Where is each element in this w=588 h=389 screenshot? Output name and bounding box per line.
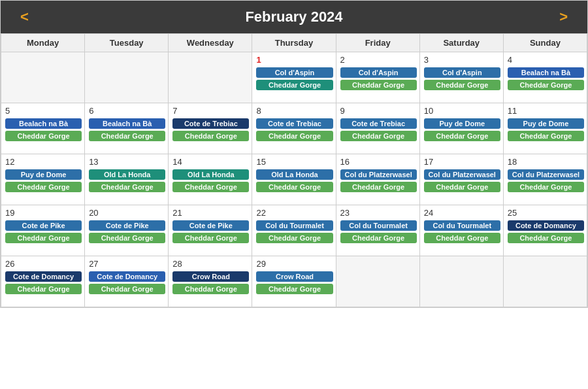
day-cell: 13Old La HondaCheddar Gorge (85, 154, 169, 205)
calendar-event[interactable]: Cheddar Gorge (508, 182, 584, 192)
day-cell: 21Cote de PikeCheddar Gorge (169, 205, 252, 256)
day-cell (169, 52, 252, 103)
day-header-wednesday: Wednesday (169, 34, 252, 52)
day-cell: 24Col du TourmaletCheddar Gorge (420, 205, 504, 256)
calendar-event[interactable]: Crow Road (172, 271, 249, 282)
day-number: 17 (424, 157, 500, 167)
calendar-event[interactable]: Cheddar Gorge (172, 182, 249, 192)
calendar-event[interactable]: Cheddar Gorge (424, 131, 500, 141)
day-number: 23 (340, 208, 417, 218)
day-number: 22 (256, 208, 333, 218)
day-header-tuesday: Tuesday (85, 34, 169, 52)
calendar-event[interactable]: Cote de Trebiac (256, 118, 333, 129)
calendar-event[interactable]: Old La Honda (172, 169, 249, 180)
calendar-event[interactable]: Cote de Domancy (5, 271, 82, 282)
calendar-event[interactable]: Cheddar Gorge (424, 233, 500, 243)
calendar-event[interactable]: Cheddar Gorge (256, 131, 333, 141)
calendar-event[interactable]: Cote de Trebiac (172, 118, 249, 129)
calendar-event[interactable]: Bealach na Bà (508, 67, 584, 78)
day-cell: 4Bealach na BàCheddar Gorge (504, 52, 587, 103)
day-number: 18 (508, 157, 584, 167)
calendar-event[interactable]: Cheddar Gorge (340, 233, 417, 243)
calendar-event[interactable]: Cheddar Gorge (5, 182, 82, 192)
day-cell: 1Col d'AspinCheddar Gorge (252, 52, 336, 103)
day-cell: 22Col du TourmaletCheddar Gorge (252, 205, 336, 256)
day-cell (420, 256, 504, 307)
calendar-event[interactable]: Cheddar Gorge (172, 233, 249, 243)
calendar-event[interactable]: Puy de Dome (508, 118, 584, 129)
calendar-event[interactable]: Cheddar Gorge (256, 284, 333, 294)
calendar-header: < February 2024 > (1, 1, 587, 33)
calendar-event[interactable]: Cheddar Gorge (424, 182, 500, 192)
calendar-event[interactable]: Cheddar Gorge (172, 131, 249, 141)
calendar-event[interactable]: Col du Tourmalet (424, 220, 500, 231)
calendar-event[interactable]: Cote de Pike (5, 220, 82, 231)
calendar-event[interactable]: Cheddar Gorge (508, 80, 584, 90)
day-cell: 19Cote de PikeCheddar Gorge (1, 205, 85, 256)
calendar-event[interactable]: Puy de Dome (424, 118, 500, 129)
calendar-event[interactable]: Cote de Pike (172, 220, 249, 231)
day-number: 28 (172, 259, 249, 269)
calendar-event[interactable]: Cheddar Gorge (89, 131, 165, 141)
calendar-event[interactable]: Cote de Pike (89, 220, 165, 231)
day-number: 1 (256, 55, 333, 65)
calendar-event[interactable]: Cheddar Gorge (89, 284, 165, 294)
day-cell: 5Bealach na BàCheddar Gorge (1, 103, 85, 154)
calendar-event[interactable]: Cheddar Gorge (5, 284, 82, 294)
calendar-event[interactable]: Puy de Dome (5, 169, 82, 180)
calendar-event[interactable]: Col d'Aspin (256, 67, 333, 78)
day-number: 26 (5, 259, 82, 269)
calendar-event[interactable]: Crow Road (256, 271, 333, 282)
calendar-event[interactable]: Cheddar Gorge (340, 182, 417, 192)
day-number: 2 (340, 55, 417, 65)
calendar: < February 2024 > MondayTuesdayWednesday… (0, 0, 588, 308)
day-cell: 15Old La HondaCheddar Gorge (252, 154, 336, 205)
calendar-event[interactable]: Col d'Aspin (340, 67, 417, 78)
calendar-event[interactable]: Cheddar Gorge (256, 233, 333, 243)
day-number: 19 (5, 208, 82, 218)
day-cell: 28Crow RoadCheddar Gorge (169, 256, 252, 307)
calendar-event[interactable]: Col du Platzerwasel (424, 169, 500, 180)
calendar-event[interactable]: Col du Platzerwasel (508, 169, 584, 180)
day-cell: 12Puy de DomeCheddar Gorge (1, 154, 85, 205)
calendar-event[interactable]: Col du Tourmalet (256, 220, 333, 231)
day-cell: 3Col d'AspinCheddar Gorge (420, 52, 504, 103)
calendar-event[interactable]: Cheddar Gorge (5, 233, 82, 243)
calendar-event[interactable]: Cheddar Gorge (508, 233, 584, 243)
calendar-event[interactable]: Cheddar Gorge (424, 80, 500, 90)
calendar-event[interactable]: Bealach na Bà (5, 118, 82, 129)
day-cell: 6Bealach na BàCheddar Gorge (85, 103, 169, 154)
calendar-event[interactable]: Col du Platzerwasel (340, 169, 417, 180)
calendar-event[interactable]: Old La Honda (256, 169, 333, 180)
calendar-event[interactable]: Cheddar Gorge (172, 284, 249, 294)
day-number: 29 (256, 259, 333, 269)
day-number: 7 (172, 106, 249, 116)
calendar-event[interactable]: Cheddar Gorge (340, 131, 417, 141)
day-cell: 14Old La HondaCheddar Gorge (169, 154, 252, 205)
calendar-event[interactable]: Cheddar Gorge (508, 131, 584, 141)
day-header-sunday: Sunday (504, 34, 587, 52)
calendar-event[interactable]: Cheddar Gorge (5, 131, 82, 141)
day-cell: 18Col du PlatzerwaselCheddar Gorge (504, 154, 587, 205)
calendar-event[interactable]: Cote de Trebiac (340, 118, 417, 129)
calendar-event[interactable]: Bealach na Bà (89, 118, 165, 129)
calendar-event[interactable]: Cheddar Gorge (89, 182, 165, 192)
calendar-event[interactable]: Cote de Domancy (89, 271, 165, 282)
day-cell (336, 256, 420, 307)
calendar-event[interactable]: Col du Tourmalet (340, 220, 417, 231)
calendar-event[interactable]: Cheddar Gorge (340, 80, 417, 90)
day-cell: 10Puy de DomeCheddar Gorge (420, 103, 504, 154)
day-cell: 8Cote de TrebiacCheddar Gorge (252, 103, 336, 154)
prev-month-button[interactable]: < (20, 8, 29, 25)
calendar-event[interactable]: Cheddar Gorge (89, 233, 165, 243)
calendar-event[interactable]: Col d'Aspin (424, 67, 500, 78)
calendar-event[interactable]: Old La Honda (89, 169, 165, 180)
calendar-event[interactable]: Cote de Domancy (508, 220, 584, 231)
calendar-event[interactable]: Cheddar Gorge (256, 182, 333, 192)
day-cell: 11Puy de DomeCheddar Gorge (504, 103, 587, 154)
day-number: 9 (340, 106, 417, 116)
next-month-button[interactable]: > (559, 8, 568, 25)
calendar-event[interactable]: Cheddar Gorge (256, 80, 333, 90)
day-cell: 26Cote de DomancyCheddar Gorge (1, 256, 85, 307)
day-number: 20 (89, 208, 165, 218)
